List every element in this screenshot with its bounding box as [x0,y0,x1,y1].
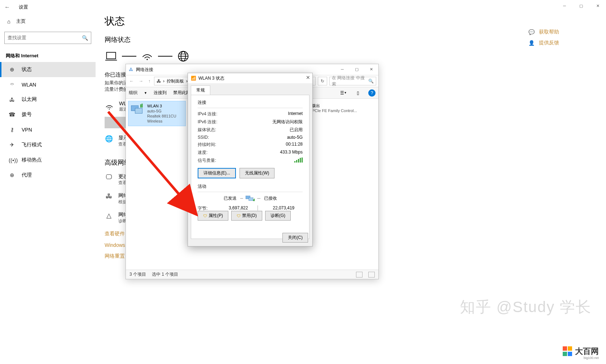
nav-up-button[interactable]: ↑ [147,79,152,84]
nav-label: 飞行模式 [22,142,42,148]
tb-connect-to[interactable]: 连接到 [154,90,167,96]
svg-rect-11 [140,104,141,107]
adapter-wlan3[interactable]: WLAN 3 auto-5G Realtek 8811CU Wireless [128,101,186,126]
svg-rect-12 [142,104,143,108]
diagnose-button[interactable]: 诊断(G) [265,211,291,221]
maximize-button[interactable]: ▢ [573,0,589,12]
details-button[interactable]: 详细信息(E)... [198,168,236,178]
sidebar-item-6[interactable]: ((•))移动热点 [0,152,96,168]
nc-minimize-button[interactable]: ─ [335,64,350,74]
ipv6-value: 无网络访问权限 [272,119,303,125]
speed-value: 433.3 Mbps [280,150,303,156]
tb-organize[interactable]: 组织 [129,90,137,96]
nav-back-button[interactable]: ← [128,79,135,84]
nc-close-button[interactable]: ✕ [364,64,378,74]
back-button[interactable]: ← [4,4,10,10]
nc-search-icon: 🔍 [368,79,374,84]
shield-icon: 🛡 [203,214,207,218]
help-icon: 💬 [528,29,535,35]
properties-button[interactable]: 🛡属性(P) [198,211,228,221]
svg-rect-16 [254,199,255,201]
wireless-properties-button[interactable]: 无线属性(W) [240,168,275,178]
sharing-icon: 🖧 [105,192,113,200]
adapter-driver: Realtek 8811CU Wireless [147,114,183,124]
adapter-icon: 🖵 [105,173,113,181]
wlan-action-button[interactable] [105,117,126,128]
group-activity: 活动 [198,183,303,190]
nc-app-icon: 🖧 [129,67,133,72]
view-details-button[interactable] [356,272,363,278]
sidebar-item-7[interactable]: ⊕代理 [0,168,96,183]
troubleshoot-icon: △ [105,212,113,219]
sidebar-item-4[interactable]: ⚷VPN [0,122,96,137]
nav-label: 代理 [22,172,32,178]
svg-rect-15 [253,199,254,201]
sidebar-item-2[interactable]: 🖧以太网 [0,92,96,107]
nc-help-button[interactable]: ? [368,89,376,97]
nc-title-text: 网络连接 [136,67,153,73]
svg-rect-14 [249,197,253,200]
sidebar-item-1[interactable]: ⌔WLAN [0,77,96,92]
ssid-label: SSID: [198,135,209,140]
folder-icon: 🖧 [157,79,161,84]
minimize-button[interactable]: ─ [556,0,573,12]
adapter-ethernet[interactable]: 拨出 PCIe FE Family Control... [310,101,368,115]
adapter-name: WLAN 3 [147,103,183,108]
adapter2-driver: PCIe FE Family Control... [312,108,357,113]
brand-logo-icon [563,346,573,356]
view-mode-button[interactable]: ☰▼ [339,89,347,97]
view-icons-button[interactable] [368,272,375,278]
nc-search-input[interactable]: 在 网络连接 中搜索 🔍 [329,77,376,85]
nav-icon: ⊕ [9,172,15,178]
sidebar-home[interactable]: ⌂ 主页 [0,14,96,28]
wlan-title-text: WLAN 3 状态 [198,75,224,81]
globe-small-icon: 🌐 [105,135,113,143]
nav-icon: ⌔ [9,81,15,88]
ssid-value: auto-5G [287,135,303,140]
tab-general[interactable]: 常规 [191,85,210,95]
close-button[interactable]: ✕ [589,0,606,12]
wifi-icon [141,50,154,63]
disable-button[interactable]: 🛡禁用(D) [231,211,262,221]
wlan-titlebar[interactable]: 📶 WLAN 3 状态 ✕ [188,73,312,83]
search-input[interactable]: 查找设置 🔍 [4,32,91,44]
nav-label: 状态 [22,66,32,73]
globe-icon [177,50,190,63]
feedback-icon: 👤 [528,40,535,46]
recv-label: 已接收 [264,195,303,201]
wlan-panel: 连接 IPv4 连接:Internet IPv6 连接:无网络访问权限 媒体状态… [191,95,309,239]
nav-label: 拨号 [22,111,32,118]
refresh-button[interactable]: ↻ [318,77,327,85]
wlan-close-button[interactable]: ✕ [306,75,310,80]
signal-label: 信号质量: [198,157,216,164]
app-title: 设置 [19,4,28,10]
search-placeholder: 查找设置 [8,35,26,41]
dialog-close-button[interactable]: 关闭(C) [282,233,308,243]
shield-icon: 🛡 [237,214,241,218]
sidebar-item-0[interactable]: ⊕状态 [0,62,96,77]
nav-icon: 🖧 [9,97,15,103]
get-help-link[interactable]: 💬 获取帮助 [528,29,559,35]
laptop-icon [105,50,118,63]
ipv4-label: IPv4 连接: [198,111,218,117]
help-panel: 💬 获取帮助 👤 提供反馈 [528,29,559,46]
preview-pane-button[interactable]: ▯ [354,89,362,97]
nav-forward-button[interactable]: → [137,79,145,84]
watermark-text: 知乎 @Study 学长 [460,297,592,317]
wlan-status-dialog: 📶 WLAN 3 状态 ✕ 常规 连接 IPv4 连接:Internet IPv… [188,73,313,247]
nav-label: 移动热点 [22,157,42,163]
brand-url: big100.net [584,356,599,360]
duration-value: 00:11:28 [286,142,303,148]
nav-label: 以太网 [22,96,37,103]
duration-label: 持续时间: [198,142,216,148]
adapter2-name: 拨出 [312,103,357,108]
search-icon: 🔍 [82,35,88,41]
feedback-link[interactable]: 👤 提供反馈 [528,40,559,46]
breadcrumb-root[interactable]: 控制面板 [167,78,184,84]
svg-point-8 [109,108,110,110]
sidebar-item-3[interactable]: ☎拨号 [0,107,96,122]
section-label: 网络和 Internet [0,48,96,62]
sidebar-item-5[interactable]: ✈飞行模式 [0,137,96,152]
network-diagram [105,50,606,63]
nc-maximize-button[interactable]: ▢ [350,64,364,74]
